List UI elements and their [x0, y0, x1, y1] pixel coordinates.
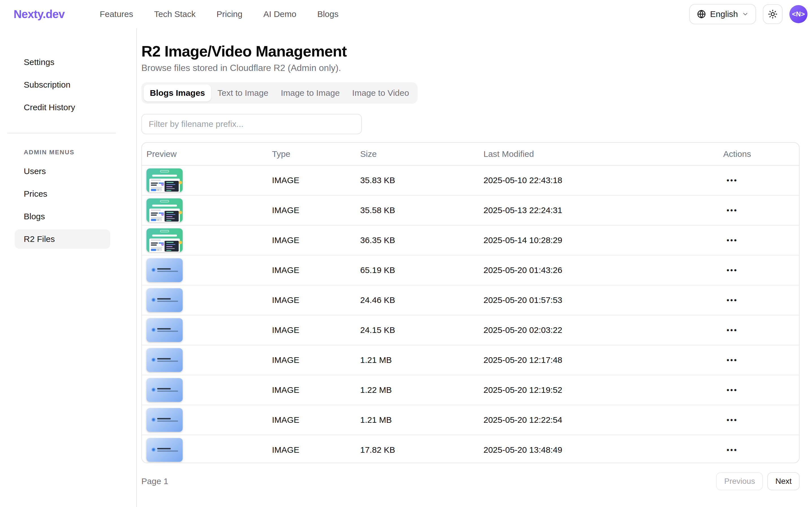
- tab-text-to-image[interactable]: Text to Image: [211, 84, 275, 102]
- table-row: IMAGE17.82 KB2025-05-20 13:48:49•••: [142, 435, 799, 463]
- next-page-button[interactable]: Next: [767, 472, 800, 490]
- language-selector-button[interactable]: English: [689, 4, 756, 24]
- file-type-cell: IMAGE: [267, 315, 356, 345]
- sidebar-item-users[interactable]: Users: [15, 162, 110, 181]
- header: Nexty.dev FeaturesTech StackPricingAI De…: [0, 0, 812, 28]
- file-type-cell: IMAGE: [267, 165, 356, 195]
- file-size-cell: 1.22 MB: [356, 375, 479, 405]
- actions-cell: •••: [719, 285, 799, 315]
- file-thumbnail[interactable]: [147, 318, 183, 342]
- file-last-modified: 2025-05-20 12:17:48: [483, 355, 562, 364]
- brand-logo[interactable]: Nexty.dev: [13, 8, 65, 21]
- tab-image-to-video[interactable]: Image to Video: [346, 84, 415, 102]
- file-thumbnail[interactable]: [147, 348, 183, 372]
- sidebar-item-credit-history[interactable]: Credit History: [15, 98, 110, 117]
- file-type-cell: IMAGE: [267, 285, 356, 315]
- table-row: IMAGE1.21 MB2025-05-20 12:17:48•••: [142, 345, 799, 375]
- pagination-buttons: Previous Next: [716, 472, 800, 490]
- file-thumbnail[interactable]: [147, 438, 183, 462]
- table-row: IMAGE24.46 KB2025-05-20 01:57:53•••: [142, 285, 799, 315]
- file-size: 35.58 KB: [360, 206, 395, 215]
- table-row: IMAGE36.35 KB2025-05-14 10:28:29•••: [142, 225, 799, 255]
- file-type: IMAGE: [272, 355, 300, 364]
- file-modified-cell: 2025-05-20 12:19:52: [479, 375, 719, 405]
- file-type: IMAGE: [272, 175, 300, 185]
- sidebar-item-prices[interactable]: Prices: [15, 184, 110, 204]
- row-actions-button[interactable]: •••: [723, 234, 741, 247]
- filename-filter-input[interactable]: [141, 114, 362, 134]
- tabs-list: Blogs ImagesText to ImageImage to ImageI…: [141, 82, 418, 104]
- sidebar-item-settings[interactable]: Settings: [15, 53, 110, 72]
- preview-cell: [142, 255, 267, 285]
- actions-cell: •••: [719, 195, 799, 225]
- actions-cell: •••: [719, 345, 799, 375]
- file-size-cell: 17.82 KB: [356, 435, 479, 463]
- row-actions-button[interactable]: •••: [723, 324, 741, 337]
- file-size: 17.82 KB: [360, 445, 395, 454]
- file-thumbnail[interactable]: [147, 288, 183, 312]
- sidebar: SettingsSubscriptionCredit History ADMIN…: [0, 28, 137, 507]
- file-size: 24.15 KB: [360, 325, 395, 335]
- actions-cell: •••: [719, 165, 799, 195]
- user-avatar[interactable]: <N>: [790, 5, 808, 23]
- nav-link-blogs[interactable]: Blogs: [317, 9, 338, 19]
- sidebar-item-blogs[interactable]: Blogs: [15, 207, 110, 226]
- file-thumbnail[interactable]: [147, 168, 183, 192]
- sidebar-divider: [7, 133, 116, 133]
- file-size-cell: 1.21 MB: [356, 405, 479, 435]
- file-type: IMAGE: [272, 295, 300, 305]
- preview-cell: [142, 375, 267, 405]
- file-thumbnail[interactable]: [147, 258, 183, 282]
- row-actions-button[interactable]: •••: [723, 413, 741, 427]
- file-thumbnail[interactable]: [147, 228, 183, 252]
- row-actions-button[interactable]: •••: [723, 264, 741, 277]
- actions-cell: •••: [719, 435, 799, 463]
- actions-cell: •••: [719, 375, 799, 405]
- row-actions-button[interactable]: •••: [723, 294, 741, 307]
- nav-link-features[interactable]: Features: [100, 9, 133, 19]
- sidebar-item-subscription[interactable]: Subscription: [15, 75, 110, 94]
- file-size-cell: 24.46 KB: [356, 285, 479, 315]
- file-modified-cell: 2025-05-20 01:57:53: [479, 285, 719, 315]
- row-actions-button[interactable]: •••: [723, 174, 741, 187]
- row-actions-button[interactable]: •••: [723, 204, 741, 217]
- file-thumbnail[interactable]: [147, 378, 183, 402]
- previous-page-button[interactable]: Previous: [716, 472, 763, 490]
- file-modified-cell: 2025-05-20 01:43:26: [479, 255, 719, 285]
- page-title: R2 Image/Video Management: [141, 42, 800, 60]
- file-type-cell: IMAGE: [267, 345, 356, 375]
- file-type: IMAGE: [272, 325, 300, 335]
- preview-cell: [142, 435, 267, 463]
- file-last-modified: 2025-05-20 12:19:52: [483, 385, 562, 395]
- theme-toggle-button[interactable]: [763, 4, 782, 24]
- actions-cell: •••: [719, 405, 799, 435]
- column-header-preview: Preview: [142, 143, 267, 165]
- file-size-cell: 65.19 KB: [356, 255, 479, 285]
- file-size: 1.21 MB: [360, 415, 392, 425]
- preview-cell: [142, 225, 267, 255]
- globe-icon: [697, 9, 706, 19]
- page-indicator: Page 1: [141, 476, 168, 486]
- row-actions-button[interactable]: •••: [723, 353, 741, 367]
- row-actions-button[interactable]: •••: [723, 384, 741, 397]
- tab-image-to-image[interactable]: Image to Image: [275, 84, 346, 102]
- file-thumbnail[interactable]: [147, 408, 183, 432]
- app-body: SettingsSubscriptionCredit History ADMIN…: [0, 28, 812, 507]
- header-controls: English <N>: [689, 4, 808, 24]
- column-header-type: Type: [267, 143, 356, 165]
- file-modified-cell: 2025-05-13 22:24:31: [479, 195, 719, 225]
- sun-icon: [768, 9, 777, 19]
- file-type-cell: IMAGE: [267, 225, 356, 255]
- column-header-actions: Actions: [719, 143, 799, 165]
- tab-blogs-images[interactable]: Blogs Images: [144, 84, 211, 102]
- table-row: IMAGE35.83 KB2025-05-10 22:43:18•••: [142, 165, 799, 195]
- nav-link-tech-stack[interactable]: Tech Stack: [154, 9, 196, 19]
- nav-link-pricing[interactable]: Pricing: [217, 9, 242, 19]
- file-size-cell: 35.58 KB: [356, 195, 479, 225]
- nav-link-ai-demo[interactable]: AI Demo: [263, 9, 296, 19]
- sidebar-item-r2-files[interactable]: R2 Files: [15, 229, 110, 249]
- row-actions-button[interactable]: •••: [723, 443, 741, 457]
- file-thumbnail[interactable]: [147, 199, 183, 222]
- file-modified-cell: 2025-05-20 12:17:48: [479, 345, 719, 375]
- table-row: IMAGE35.58 KB2025-05-13 22:24:31•••: [142, 195, 799, 225]
